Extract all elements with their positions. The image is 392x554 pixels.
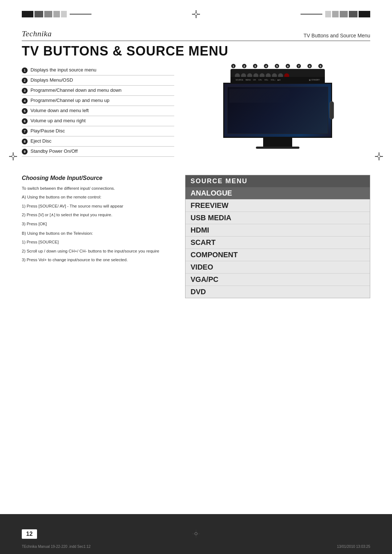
list-item: 6 Volume up and menu right bbox=[22, 116, 174, 126]
btn-desc-2: Displays Menu/OSD bbox=[30, 77, 73, 83]
btn-desc-5: Volume down and menu left bbox=[30, 108, 89, 113]
btn-labels: SOURCE MENU CH- CH+ VOL- VOL+ ▶⏸ ⏻ STAND… bbox=[230, 77, 325, 83]
btn-label-ch+: CH+ bbox=[258, 79, 262, 81]
page-title: TV BUTTONS & SOURCE MENU bbox=[22, 44, 370, 59]
page-number: 12 bbox=[22, 529, 37, 539]
choosing-a-step-1: 1) Press [SOURCE/ AV] - The source menu … bbox=[22, 203, 174, 209]
footer-right-text: 13/01/2010 13:03:25 bbox=[337, 545, 370, 549]
header-title: TV Buttons and Source Menu bbox=[303, 33, 370, 38]
tv-stand bbox=[263, 138, 292, 149]
source-menu-item-vga: VGA/PC bbox=[185, 274, 370, 286]
strip-num-4: 4 bbox=[264, 64, 268, 68]
source-menu-item-component: COMPONENT bbox=[185, 249, 370, 261]
strip-num-8: 8 bbox=[307, 64, 312, 68]
tv-image-col: 1 2 3 4 5 6 7 8 9 bbox=[185, 65, 370, 164]
source-menu-box: SOURCE MENU ANALOGUE FREEVIEW USB MEDIA … bbox=[185, 175, 370, 298]
strip-num-9: 9 bbox=[318, 64, 323, 68]
content-row-top: 1 Displays the input source menu 2 Displ… bbox=[22, 65, 370, 164]
bar-pattern-left bbox=[22, 11, 93, 17]
source-menu-item-analogue: ANALOGUE bbox=[185, 187, 370, 200]
btn-desc-8: Eject Disc bbox=[30, 138, 52, 144]
strip-num-5: 5 bbox=[275, 64, 279, 68]
list-item: 1 Displays the input source menu bbox=[22, 65, 174, 75]
btn-num-7: 7 bbox=[22, 128, 28, 134]
source-menu-col: SOURCE MENU ANALOGUE FREEVIEW USB MEDIA … bbox=[185, 175, 370, 298]
footer-left-text: TEchnika Manual 19-22-220 .indd Sec1:12 bbox=[22, 545, 91, 549]
page-header: Technika TV Buttons and Source Menu bbox=[22, 29, 370, 41]
button-list: 1 Displays the input source menu 2 Displ… bbox=[22, 65, 174, 157]
btn-num-6: 6 bbox=[22, 118, 28, 124]
right-crosshair bbox=[375, 152, 383, 160]
strip-num-1: 1 bbox=[231, 64, 236, 68]
choosing-a-step-3: 3) Press [OK] bbox=[22, 221, 174, 227]
top-crosshair bbox=[192, 10, 200, 18]
main-content: TV BUTTONS & SOURCE MENU 1 Displays the … bbox=[22, 44, 370, 510]
tv-image-area: 1 2 3 4 5 6 7 8 9 bbox=[185, 69, 370, 149]
list-item: 3 Programme/Channel down and menu down bbox=[22, 86, 174, 96]
button-list-col: 1 Displays the input source menu 2 Displ… bbox=[22, 65, 174, 164]
choosing-section-a-title: A) Using the buttons on the remote contr… bbox=[22, 194, 174, 200]
btn-label-source: SOURCE bbox=[236, 79, 243, 81]
choosing-b-step-3: 3) Press Vol+ to change input/source to … bbox=[22, 257, 174, 263]
btn-label-play: ▶⏸ bbox=[278, 79, 281, 81]
btn-desc-1: Displays the input source menu bbox=[30, 67, 96, 73]
choosing-section-b-title: B) Using the buttons on the Television: bbox=[22, 230, 174, 237]
choosing-mode-col: Choosing Mode Input/Source To switch bet… bbox=[22, 175, 174, 298]
btn-num-1: 1 bbox=[22, 67, 28, 73]
list-item: 2 Displays Menu/OSD bbox=[22, 75, 174, 86]
list-item: 5 Volume down and menu left bbox=[22, 106, 174, 116]
bar-pattern-right bbox=[299, 11, 370, 17]
footer-crosshair bbox=[192, 530, 200, 538]
btn-desc-3: Programme/Channel down and menu down bbox=[30, 87, 122, 93]
left-crosshair bbox=[9, 152, 17, 160]
strip-num-2: 2 bbox=[242, 64, 246, 68]
tv-device: 1 2 3 4 5 6 7 8 9 bbox=[223, 69, 332, 149]
brand-logo: Technika bbox=[22, 29, 52, 38]
choosing-intro: To switch between the different input/ c… bbox=[22, 185, 174, 192]
btn-num-2: 2 bbox=[22, 78, 28, 83]
source-menu-item-dvd: DVD bbox=[185, 286, 370, 298]
btn-num-5: 5 bbox=[22, 108, 28, 114]
strip-num-3: 3 bbox=[253, 64, 257, 68]
source-menu-item-scart: SCART bbox=[185, 237, 370, 249]
btn-num-8: 8 bbox=[22, 139, 28, 144]
btn-label-vol-: VOL- bbox=[264, 79, 269, 81]
source-menu-item-freeview: FREEVIEW bbox=[185, 200, 370, 212]
choosing-mode-title: Choosing Mode Input/Source bbox=[22, 175, 174, 181]
choosing-b-step-1: 1) Press [SOURCE] bbox=[22, 239, 174, 245]
btn-num-3: 3 bbox=[22, 88, 28, 94]
btn-desc-6: Volume up and menu right bbox=[30, 118, 86, 123]
btn-label-standby: ⏻ STANDBY bbox=[309, 79, 320, 81]
source-menu-item-hdmi: HDMI bbox=[185, 224, 370, 237]
dvd-slot bbox=[330, 101, 334, 119]
strip-num-6: 6 bbox=[286, 64, 290, 68]
list-item: 7 Play/Pause Disc bbox=[22, 126, 174, 136]
choosing-a-step-2: 2) Press [V] or [∧] to select the input … bbox=[22, 212, 174, 218]
source-menu-item-usb: USB MEDIA bbox=[185, 212, 370, 224]
btn-label-menu: MENU bbox=[245, 79, 251, 81]
source-menu-item-video: VIDEO bbox=[185, 261, 370, 274]
top-decorative-bar bbox=[22, 10, 370, 18]
btn-desc-9: Standby Power On/Off bbox=[30, 148, 78, 154]
bottom-section: Choosing Mode Input/Source To switch bet… bbox=[22, 175, 370, 298]
btn-desc-4: Programme/Channel up and menu up bbox=[30, 98, 110, 103]
list-item: 9 Standby Power On/Off bbox=[22, 147, 174, 157]
btn-label-vol+: VOL+ bbox=[271, 79, 275, 81]
tv-screen-inner bbox=[227, 87, 328, 134]
btn-num-9: 9 bbox=[22, 149, 28, 155]
btn-label-ch-: CH- bbox=[253, 79, 256, 81]
list-item: 8 Eject Disc bbox=[22, 136, 174, 147]
btn-num-4: 4 bbox=[22, 98, 28, 104]
btn-desc-7: Play/Pause Disc bbox=[30, 128, 65, 134]
choosing-b-step-2: 2) Scroll up / down using CH+/ CH- butto… bbox=[22, 248, 174, 254]
strip-num-7: 7 bbox=[297, 64, 301, 68]
list-item: 4 Programme/Channel up and menu up bbox=[22, 96, 174, 106]
footer-info: TEchnika Manual 19-22-220 .indd Sec1:12 … bbox=[22, 545, 370, 549]
tv-screen bbox=[223, 83, 332, 138]
source-menu-header: SOURCE MENU bbox=[185, 175, 370, 187]
choosing-mode-body: To switch between the different input/ c… bbox=[22, 185, 174, 263]
strip-numbers: 1 2 3 4 5 6 7 8 9 bbox=[231, 64, 323, 68]
